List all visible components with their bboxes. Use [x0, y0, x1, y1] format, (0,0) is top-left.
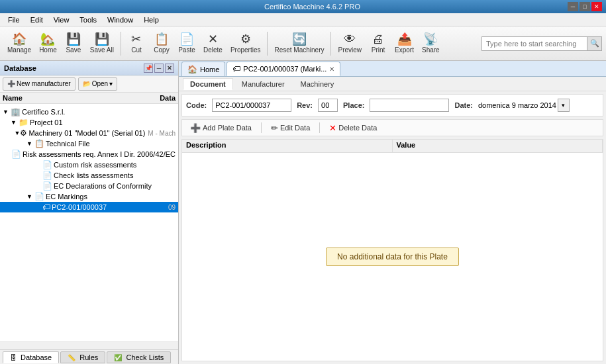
- panel-controls: 📌 ─ ✕: [144, 64, 174, 73]
- tree-item-machinery[interactable]: ▼ ⚙ Machinery 01 "Model 01" (Serial 01) …: [0, 128, 178, 138]
- window-controls: ─ □ ✕: [568, 2, 602, 11]
- manage-button[interactable]: 🏠 Manage: [4, 29, 34, 58]
- plate-icon: 🏷: [42, 203, 50, 212]
- edit-data-icon: ✏: [271, 123, 278, 133]
- paste-icon: 📄: [179, 33, 194, 45]
- properties-button[interactable]: ⚙ Properties: [227, 29, 264, 58]
- risk-annex-icon: 📄: [11, 150, 21, 159]
- save-button[interactable]: 💾 Save: [62, 29, 85, 58]
- search-button[interactable]: 🔍: [587, 36, 602, 51]
- menu-file[interactable]: File: [3, 15, 25, 25]
- document-fields: Code: Rev: Place: Date: domenica 9 marzo…: [181, 94, 603, 116]
- add-plate-icon: ➕: [190, 123, 201, 133]
- bottom-tab-database[interactable]: 🗄 Database: [3, 351, 59, 363]
- tree-item-ec-mark[interactable]: ▼ 📄 EC Markings: [0, 191, 178, 202]
- edit-data-button[interactable]: ✏ Edit Data: [267, 122, 314, 134]
- app-title: Certifico Macchine 4.6.2 PRO: [57, 3, 568, 11]
- tab-plate[interactable]: 🏷 PC2-001/000037 (Marki... ✕: [227, 62, 340, 76]
- home-button[interactable]: 🏡 Home: [36, 29, 60, 58]
- delete-data-button[interactable]: ✕ Delete Data: [325, 122, 381, 134]
- tree-item-ec-decl[interactable]: 📄 EC Declarations of Conformity: [0, 181, 178, 191]
- delete-icon: ✕: [208, 33, 218, 45]
- reset-machinery-icon: 🔄: [292, 33, 307, 45]
- code-input[interactable]: [212, 99, 291, 112]
- share-icon: 📡: [423, 33, 438, 45]
- place-label: Place:: [343, 101, 364, 109]
- tab-bar: 🏠 Home 🏷 PC2-001/000037 (Marki... ✕: [179, 61, 606, 77]
- tree-item-plate[interactable]: 🏷 PC2-001/000037 09: [0, 202, 178, 212]
- tab-home[interactable]: 🏠 Home: [181, 62, 225, 76]
- panel-close-button[interactable]: ✕: [165, 64, 174, 73]
- close-button[interactable]: ✕: [591, 2, 602, 11]
- date-label: Date:: [454, 101, 473, 109]
- date-value: domenica 9 marzo 2014: [478, 101, 556, 109]
- rules-tab-icon: 📏: [68, 354, 76, 361]
- rev-input[interactable]: [318, 99, 338, 112]
- sub-tabs: Document Manufacturer Machinery: [179, 77, 606, 91]
- toolbar: 🏠 Manage 🏡 Home 💾 Save 💾 Save All ✂ Cut …: [0, 26, 606, 61]
- reset-machinery-button[interactable]: 🔄 Reset Machinery: [271, 29, 327, 58]
- dropdown-icon: ▾: [109, 80, 113, 87]
- menu-view[interactable]: View: [48, 15, 75, 25]
- sub-tab-manufacturer[interactable]: Manufacturer: [234, 78, 292, 90]
- menu-help[interactable]: Help: [138, 15, 164, 25]
- search-input[interactable]: [481, 36, 587, 51]
- col-name-header: Name: [0, 93, 145, 103]
- bottom-tabs: 🗄 Database 📏 Rules ✅ Check Lists: [0, 349, 178, 364]
- right-panel: 🏠 Home 🏷 PC2-001/000037 (Marki... ✕ Docu…: [179, 61, 606, 364]
- toolbar-sep-3: [330, 32, 331, 56]
- col-value: Value: [393, 140, 603, 152]
- ec-decl-icon: 📄: [42, 181, 52, 191]
- menu-window[interactable]: Window: [102, 15, 138, 25]
- machinery-icon: ⚙: [20, 128, 27, 138]
- maximize-button[interactable]: □: [580, 2, 590, 11]
- save-all-button[interactable]: 💾 Save All: [87, 29, 117, 58]
- save-all-icon: 💾: [95, 33, 109, 45]
- panel-pin-button[interactable]: 📌: [144, 64, 153, 73]
- paste-button[interactable]: 📄 Paste: [175, 29, 199, 58]
- tree-arrow-root: ▼: [3, 109, 11, 115]
- delete-data-icon: ✕: [329, 123, 336, 133]
- print-button[interactable]: 🖨 Print: [366, 29, 390, 58]
- copy-button[interactable]: 📋 Copy: [150, 29, 174, 58]
- tree-item-risk-annex[interactable]: 📄 Risk assessments req. Annex I Dir. 200…: [0, 149, 178, 159]
- plate-tab-close[interactable]: ✕: [329, 66, 334, 73]
- date-dropdown-button[interactable]: ▾: [558, 99, 570, 112]
- export-button[interactable]: 📤 Export: [391, 29, 417, 58]
- tree-item-root[interactable]: ▼ 🏢 Certifico S.r.l.: [0, 107, 178, 117]
- left-panel: Database 📌 ─ ✕ ➕ New manufacturer 📂 Open…: [0, 61, 179, 364]
- new-manufacturer-icon: ➕: [7, 80, 15, 87]
- new-manufacturer-button[interactable]: ➕ New manufacturer: [3, 77, 76, 91]
- open-button[interactable]: 📂 Open ▾: [78, 77, 117, 91]
- horizontal-scrollbar[interactable]: [0, 341, 178, 349]
- root-icon: 🏢: [11, 107, 21, 116]
- tree-item-project[interactable]: ▼ 📁 Project 01: [0, 117, 178, 128]
- menu-edit[interactable]: Edit: [25, 15, 48, 25]
- table-header: Description Value: [182, 140, 603, 153]
- sub-tab-machinery[interactable]: Machinery: [293, 78, 342, 90]
- menu-tools[interactable]: Tools: [74, 15, 102, 25]
- techfile-icon: 📋: [34, 139, 44, 148]
- preview-button[interactable]: 👁 Preview: [334, 29, 365, 58]
- bottom-tab-rules[interactable]: 📏 Rules: [60, 351, 105, 363]
- tree-item-techfile[interactable]: ▼ 📋 Technical File: [0, 138, 178, 149]
- tree-arrow-techfile: ▼: [26, 140, 34, 147]
- tree-item-checklists[interactable]: 📄 Check lists assessments: [0, 170, 178, 181]
- panel-minimize-button[interactable]: ─: [154, 64, 164, 73]
- tree-arrow-project: ▼: [11, 119, 19, 126]
- bottom-tab-checklists[interactable]: ✅ Check Lists: [107, 351, 171, 363]
- add-plate-data-button[interactable]: ➕ Add Plate Data: [186, 122, 256, 134]
- manage-icon: 🏠: [12, 33, 26, 45]
- preview-icon: 👁: [344, 33, 356, 45]
- sub-tab-document[interactable]: Document: [183, 78, 233, 90]
- database-header: Database 📌 ─ ✕: [0, 61, 178, 75]
- tree-item-custom-risk[interactable]: 📄 Custom risk assessments: [0, 159, 178, 170]
- plate-data-table: Description Value No additional data for…: [181, 139, 603, 361]
- cut-button[interactable]: ✂ Cut: [125, 29, 148, 58]
- place-input[interactable]: [370, 99, 449, 112]
- database-title: Database: [4, 64, 36, 72]
- checklists-tab-icon: ✅: [114, 354, 122, 361]
- share-button[interactable]: 📡 Share: [419, 29, 443, 58]
- delete-button[interactable]: ✕ Delete: [200, 29, 226, 58]
- minimize-button[interactable]: ─: [568, 2, 578, 11]
